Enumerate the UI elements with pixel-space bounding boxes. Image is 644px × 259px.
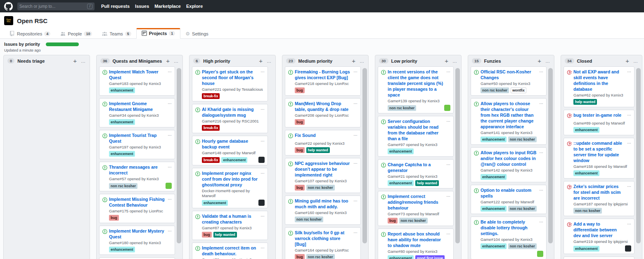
card-menu-button[interactable]: …	[353, 69, 358, 80]
card-menu-button[interactable]: …	[446, 69, 450, 98]
issue-card-title[interactable]: Report abuse box should have ability for…	[388, 231, 445, 248]
issue-card-title[interactable]: bug tester in-game role	[573, 112, 625, 120]
card-menu-button[interactable]: …	[260, 69, 265, 86]
github-logo-icon[interactable]	[4, 2, 13, 11]
tab-teams[interactable]: Teams5	[97, 29, 136, 39]
card-menu-button[interactable]: …	[627, 112, 631, 120]
card-menu-button[interactable]: …	[627, 140, 631, 163]
column-menu-button[interactable]: …	[545, 59, 550, 63]
nav-link-explore[interactable]: Explore	[186, 4, 203, 9]
issue-card-title[interactable]: Implement Missing Fishing Contest Behavi…	[109, 196, 166, 208]
issue-card[interactable]: Silk buy/sells for 0 gp at varrock cloth…	[285, 227, 361, 259]
issue-card[interactable]: In recent versions of the client the gam…	[378, 66, 454, 113]
tab-repositories[interactable]: Repositories4	[5, 29, 55, 39]
issue-card-title[interactable]: Not all EXP award and skill events have …	[573, 69, 625, 92]
issue-card-title[interactable]: Validate that a human is creating charac…	[202, 213, 259, 225]
card-menu-button[interactable]: …	[168, 132, 172, 144]
issue-card-title[interactable]: Implement Murder Mystery Quest	[109, 228, 166, 240]
card-menu-button[interactable]: …	[446, 162, 450, 173]
card-menu-button[interactable]: …	[353, 101, 358, 112]
issue-card[interactable]: Thrander messages are incorrect…Game#57 …	[99, 162, 175, 191]
issue-card[interactable]: Implement correct adding/removing friend…	[378, 191, 454, 226]
search-input[interactable]	[19, 4, 87, 9]
issue-card[interactable]: Be able to completely disable lottery th…	[471, 217, 547, 259]
issue-card[interactable]: Implement Missing Fishing Contest Behavi…	[99, 194, 175, 223]
issue-card[interactable]: Player's get stuck on the second floor o…	[192, 66, 268, 101]
card-menu-button[interactable]: …	[168, 69, 172, 80]
nav-link-marketplace[interactable]: Marketplace	[154, 4, 181, 9]
card-menu-button[interactable]: …	[539, 187, 543, 199]
issue-card-title[interactable]: In recent versions of the client the gam…	[388, 69, 445, 98]
column-menu-button[interactable]: …	[633, 59, 638, 63]
issue-card[interactable]: Not all EXP award and skill events have …	[564, 66, 635, 107]
issue-card-title[interactable]: Implement Tourist Trap Quest	[109, 132, 166, 144]
issue-card[interactable]: Change Captcha to a generator…Game#21 op…	[378, 159, 454, 188]
issue-card[interactable]: Add a way to differentiate between dev a…	[564, 219, 635, 254]
card-menu-button[interactable]: …	[260, 106, 265, 118]
issue-card-title[interactable]: NPC aggressive behaviour doesn't appear …	[295, 160, 352, 178]
issue-card-title[interactable]: Allow players to input RGB and/or hex co…	[481, 150, 537, 167]
issue-card[interactable]: Implement Gnome Restaurant Minigame…Game…	[99, 98, 175, 127]
issue-card-title[interactable]: Allow players to choose their character'…	[481, 101, 537, 130]
issue-card-title[interactable]: Silk buy/sells for 0 gp at varrock cloth…	[295, 230, 352, 247]
column-menu-button[interactable]: …	[267, 59, 272, 63]
card-menu-button[interactable]: …	[627, 221, 631, 238]
issue-card[interactable]: Server configuration variables should be…	[378, 116, 454, 157]
column-menu-button[interactable]: …	[360, 59, 365, 63]
card-menu-button[interactable]: …	[539, 101, 543, 130]
issue-card[interactable]: Implement Murder Mystery Quest…Game#180 …	[99, 226, 175, 255]
nav-link-pull-requests[interactable]: Pull requests	[101, 4, 130, 9]
issue-card[interactable]: Official RSC non-Kosher Changes…Game#50 …	[471, 66, 547, 96]
card-menu-button[interactable]: …	[260, 170, 265, 188]
issue-card-title[interactable]: Server configuration variables should be…	[388, 118, 445, 141]
issue-card[interactable]: Fix Sound…Game#22 opened by Kenix3bughel…	[285, 130, 361, 155]
issue-card[interactable]: bug tester in-game role…Game#89 opened b…	[564, 110, 635, 135]
issue-card-title[interactable]: Be able to completely disable lottery th…	[481, 219, 537, 236]
card-menu-button[interactable]: …	[627, 69, 631, 92]
issue-card[interactable]: Firemaking - Burning Logs gives incorrec…	[285, 66, 361, 96]
issue-card-title[interactable]: Implement proper nginx conf from dev int…	[202, 170, 259, 188]
issue-card[interactable]: Implement Tourist Trap Quest…Game#197 op…	[99, 130, 175, 159]
tab-people[interactable]: People10	[55, 29, 97, 39]
card-menu-button[interactable]: …	[260, 138, 265, 150]
issue-card-title[interactable]: Implement Watch Tower Quest	[109, 69, 166, 80]
issue-card-title[interactable]: Firemaking - Burning Logs gives incorrec…	[295, 69, 352, 80]
issue-card[interactable]: Rats (big and small) drop rat tails almo…	[564, 257, 635, 259]
column-scrollbar[interactable]	[636, 68, 641, 243]
card-menu-button[interactable]: …	[260, 245, 265, 257]
issue-card-title[interactable]: Implement Gnome Restaurant Minigame	[109, 101, 166, 112]
card-menu-button[interactable]: …	[168, 196, 172, 208]
nav-link-issues[interactable]: Issues	[135, 4, 149, 9]
issue-card[interactable]: Allow players to input RGB and/or hex co…	[471, 147, 547, 182]
issue-card[interactable]: Report abuse box should have ability for…	[378, 228, 454, 259]
card-menu-button[interactable]: …	[446, 118, 450, 141]
column-scrollbar[interactable]	[177, 68, 181, 243]
issue-card[interactable]: Implement correct item on death behaviou…	[192, 243, 268, 259]
card-menu-button[interactable]: …	[168, 101, 172, 112]
tab-settings[interactable]: ⚙Settings	[180, 29, 213, 39]
add-card-button[interactable]: +	[259, 59, 263, 64]
issue-card-title[interactable]: Official RSC non-Kosher Changes	[481, 69, 537, 80]
tab-projects[interactable]: Projects1	[136, 28, 180, 39]
column-menu-button[interactable]: …	[452, 59, 457, 63]
card-menu-button[interactable]: …	[353, 160, 358, 178]
card-menu-button[interactable]: …	[168, 164, 172, 176]
issue-card[interactable]: Allow players to choose their character'…	[471, 98, 547, 145]
issue-card[interactable]: Mining guild mine has too much mith and …	[285, 195, 361, 225]
card-menu-button[interactable]: …	[539, 69, 543, 80]
add-card-button[interactable]: +	[537, 59, 541, 64]
issue-card-title[interactable]: Option to enable custom spells	[481, 187, 537, 199]
issue-card-title[interactable]: Player's get stuck on the second floor o…	[202, 69, 259, 86]
issue-card[interactable]: ::update command able to be set a specif…	[564, 138, 635, 179]
column-menu-button[interactable]: …	[174, 59, 179, 63]
issue-card[interactable]: NPC aggressive behaviour doesn't appear …	[285, 158, 361, 193]
issue-card-title[interactable]: Mining guild mine has too much mith and …	[295, 198, 352, 210]
issue-card-title[interactable]: Man(Men) Wrong Drop table, quantity & dr…	[295, 101, 352, 112]
issue-card[interactable]: Validate that a human is creating charac…	[192, 211, 268, 240]
issue-card-title[interactable]: Add a way to differentiate between dev a…	[573, 221, 625, 238]
card-menu-button[interactable]: …	[260, 213, 265, 225]
issue-card-title[interactable]: Al Kharid gate is missing dialogue/syste…	[202, 106, 259, 118]
card-menu-button[interactable]: …	[353, 198, 358, 210]
add-card-button[interactable]: +	[445, 59, 448, 64]
column-scrollbar[interactable]	[455, 68, 460, 243]
